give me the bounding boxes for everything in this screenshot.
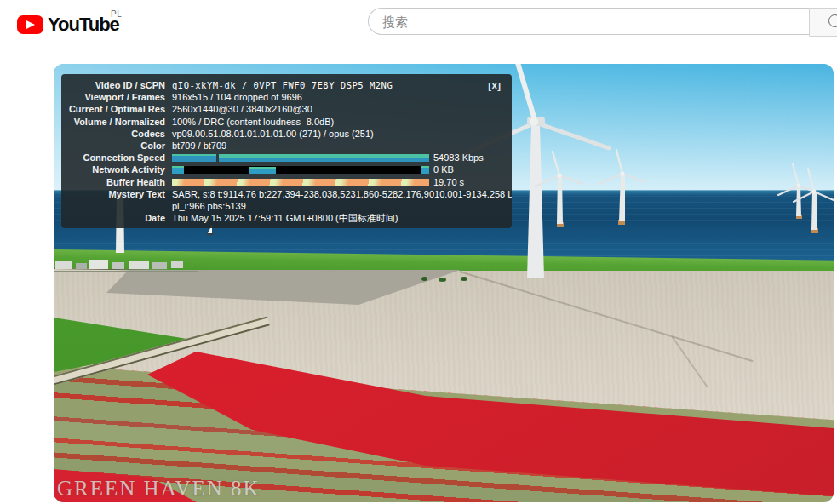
wind-turbine xyxy=(599,150,645,225)
stats-value: 0 KB xyxy=(433,164,454,175)
stats-row-date: Date Thu May 15 2025 17:59:11 GMT+0800 (… xyxy=(61,212,512,224)
stats-value: vp09.00.51.08.01.01.01.01.00 (271) / opu… xyxy=(172,128,512,140)
video-player[interactable]: GREEN HAVEN 8K [X] Video ID / sCPN qIQ-x… xyxy=(54,64,834,502)
stats-label: Viewport / Frames xyxy=(61,91,172,103)
stats-row-viewport: Viewport / Frames 916x515 / 104 dropped … xyxy=(61,91,512,103)
stats-value: qIQ-xkYM-dk / 0VPT FWF0 7E8Y DSP5 M2NG xyxy=(172,79,512,91)
stats-row-buffer-health: Buffer Health 19.70 s xyxy=(61,176,512,188)
wind-turbine xyxy=(536,152,582,227)
stats-label: Current / Optimal Res xyxy=(61,103,172,115)
mystery-line-2: pl_i:966 pbs:5139 xyxy=(172,200,512,212)
stats-row-codecs: Codecs vp09.00.51.08.01.01.01.01.00 (271… xyxy=(61,128,512,140)
stats-label: Date xyxy=(61,212,172,224)
channel-watermark: GREEN HAVEN 8K xyxy=(57,477,261,501)
stats-value: 54983 Kbps xyxy=(433,152,484,163)
stats-row-network-activity: Network Activity 0 KB xyxy=(61,163,512,175)
buffer-health-bar xyxy=(172,179,429,186)
search-bar xyxy=(368,8,837,35)
stats-label: Volume / Normalized xyxy=(61,116,172,128)
youtube-header: YouTube PL xyxy=(0,0,837,48)
close-stats-button[interactable]: [X] xyxy=(488,81,501,91)
stats-value: bt709 / bt709 xyxy=(172,140,512,152)
stats-value: 19.70 s xyxy=(433,177,464,187)
stats-label: Color xyxy=(61,140,172,152)
stats-label: Video ID / sCPN xyxy=(61,79,172,91)
stats-row-color: Color bt709 / bt709 xyxy=(61,140,512,152)
stats-for-nerds-panel: [X] Video ID / sCPN qIQ-xkYM-dk / 0VPT F… xyxy=(61,74,512,228)
stats-value: Thu May 15 2025 17:59:11 GMT+0800 (中国标准时… xyxy=(172,212,512,224)
connection-speed-bar xyxy=(172,154,429,162)
stats-row-connection-speed: Connection Speed 54983 Kbps xyxy=(61,152,512,163)
stats-row-mystery-text: Mystery Text SABR, s:8 t:9114.76 b:227.3… xyxy=(61,188,512,212)
mystery-line-1: SABR, s:8 t:9114.76 b:227.394-238.038,52… xyxy=(172,188,512,200)
stats-row-video-id: Video ID / sCPN qIQ-xkYM-dk / 0VPT FWF0 … xyxy=(61,79,512,91)
search-icon xyxy=(828,14,837,27)
stats-label: Connection Speed xyxy=(61,152,172,163)
network-activity-bar xyxy=(172,166,429,174)
stats-value: 100% / DRC (content loudness -8.0dB) xyxy=(172,116,512,128)
youtube-watch-page: YouTube PL xyxy=(0,0,837,504)
stats-label: Mystery Text xyxy=(61,188,172,212)
youtube-logo[interactable]: YouTube PL xyxy=(17,14,119,36)
stats-label: Network Activity xyxy=(61,163,172,175)
stats-label: Codecs xyxy=(61,128,172,140)
stats-value: SABR, s:8 t:9114.76 b:227.394-238.038,52… xyxy=(172,188,512,212)
search-button[interactable] xyxy=(809,8,837,37)
stats-label: Buffer Health xyxy=(61,176,172,188)
youtube-wordmark: YouTube xyxy=(48,14,119,36)
stats-row-volume: Volume / Normalized 100% / DRC (content … xyxy=(61,116,512,128)
search-input[interactable] xyxy=(368,8,809,35)
country-code-label: PL xyxy=(111,9,122,19)
youtube-play-icon xyxy=(17,15,43,34)
stats-value: 2560x1440@30 / 3840x2160@30 xyxy=(172,103,512,115)
stats-value: 916x515 / 104 dropped of 9696 xyxy=(172,91,512,103)
stats-row-resolution: Current / Optimal Res 2560x1440@30 / 384… xyxy=(61,103,512,115)
